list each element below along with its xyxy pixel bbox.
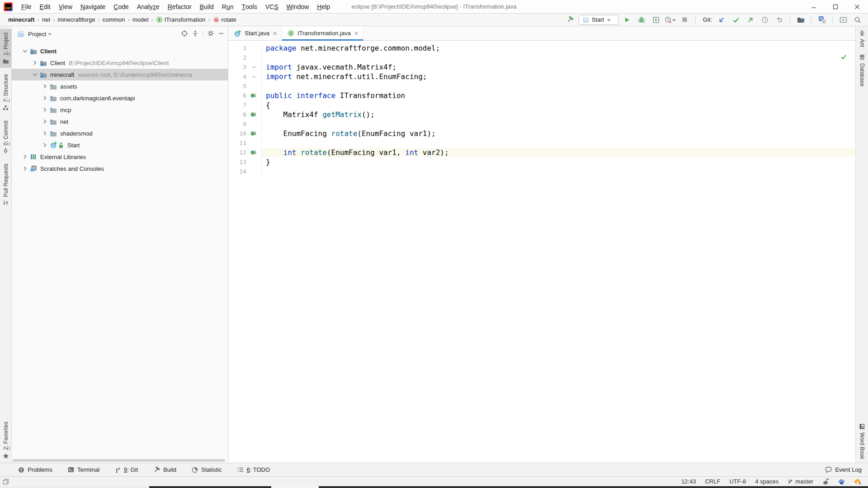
tw-right-icon[interactable] bbox=[42, 142, 48, 148]
stripe-item--commit[interactable]: 0: Commit bbox=[0, 117, 11, 158]
breadcrumb-item[interactable]: minecraftforge bbox=[56, 16, 97, 23]
status-paw[interactable] bbox=[838, 479, 845, 485]
gear-button[interactable] bbox=[207, 30, 214, 38]
code-editor[interactable]: 1package net.minecraftforge.common.model… bbox=[228, 41, 855, 463]
menu-edit[interactable]: Edit bbox=[36, 0, 55, 14]
breadcrumb-item[interactable]: common bbox=[101, 16, 127, 23]
stripe-item-word-book[interactable]: Word Book bbox=[856, 420, 868, 463]
menu-analyze[interactable]: Analyze bbox=[133, 0, 164, 14]
status-crlf[interactable]: CRLF bbox=[705, 478, 720, 485]
search-button[interactable] bbox=[852, 14, 863, 25]
maximize-button[interactable] bbox=[825, 0, 846, 14]
menu-build[interactable]: Build bbox=[196, 0, 218, 14]
tree-item-external-libraries[interactable]: External Libraries bbox=[12, 151, 228, 163]
translate-button[interactable]: Ga bbox=[816, 14, 828, 25]
project-panel-title[interactable]: Project bbox=[28, 31, 46, 38]
menu-refactor[interactable]: Refactor bbox=[164, 0, 196, 14]
stripe-item--project[interactable]: 1: Project bbox=[0, 29, 11, 68]
stripe-item-ant[interactable]: Ant bbox=[856, 26, 868, 51]
inspection-ok-icon[interactable] bbox=[840, 53, 847, 61]
hammer-button[interactable] bbox=[564, 14, 576, 25]
tree-item-client[interactable]: Client bbox=[12, 45, 228, 57]
tw-right-icon[interactable] bbox=[22, 154, 28, 160]
status-4-spaces[interactable]: 4 spaces bbox=[755, 478, 778, 485]
status-cloud[interactable] bbox=[854, 478, 862, 485]
tree-item-client[interactable]: ClientB:\Project\IDEA\mcp940\eclipse\Cli… bbox=[12, 57, 228, 69]
stop-button[interactable] bbox=[679, 14, 691, 25]
stripe-item--structure[interactable]: 7: Structure bbox=[0, 70, 11, 114]
changes-folder-button[interactable] bbox=[795, 14, 807, 25]
tw-right-icon[interactable] bbox=[22, 165, 28, 172]
tree-item-com-darkmagician6-eventapi[interactable]: com.darkmagician6.eventapi bbox=[12, 92, 228, 104]
stripe-item-pull-requests[interactable]: Pull Requests bbox=[0, 160, 11, 209]
restore-windows-icon[interactable] bbox=[3, 479, 9, 485]
toolwindow-9-git[interactable]: 9: Git bbox=[115, 466, 138, 473]
tree-item-shadersmod[interactable]: shadersmod bbox=[12, 127, 228, 139]
tree-item-start[interactable]: CStart bbox=[12, 139, 228, 151]
stripe-item--favorites[interactable]: 2: Favorites bbox=[0, 418, 11, 463]
chevron-down-icon[interactable] bbox=[47, 31, 52, 37]
tw-right-icon[interactable] bbox=[42, 130, 48, 136]
tab-close-icon[interactable] bbox=[273, 31, 277, 36]
tab-close-icon[interactable] bbox=[354, 31, 359, 36]
locate-button[interactable] bbox=[181, 30, 188, 38]
profiler-button[interactable] bbox=[665, 14, 676, 25]
menu-code[interactable]: Code bbox=[109, 0, 132, 14]
close-button[interactable] bbox=[846, 0, 868, 14]
event-log-button[interactable]: Event Log bbox=[825, 466, 862, 473]
toolwindow-problems[interactable]: Problems bbox=[18, 466, 52, 473]
status-master[interactable]: master bbox=[788, 478, 813, 485]
breadcrumb-item[interactable]: mrotate bbox=[211, 16, 238, 23]
breadcrumb-item[interactable]: IITransformation bbox=[154, 16, 208, 23]
editor-tab-start-java[interactable]: CStart.java bbox=[228, 26, 282, 40]
toolwindow-6-todo[interactable]: 6: TODO bbox=[237, 466, 270, 473]
minimize-button[interactable] bbox=[803, 0, 825, 14]
toolwindow-build[interactable]: Build bbox=[153, 466, 176, 473]
presentation-button[interactable] bbox=[837, 14, 849, 25]
menu-view[interactable]: View bbox=[55, 0, 76, 14]
git-push-button[interactable] bbox=[745, 14, 756, 25]
tree-item-assets[interactable]: assets bbox=[12, 80, 228, 92]
coverage-button[interactable] bbox=[650, 14, 662, 25]
tw-down-icon[interactable] bbox=[32, 71, 38, 78]
tw-right-icon[interactable] bbox=[42, 83, 48, 89]
run-configuration-select[interactable]: Start bbox=[579, 15, 618, 25]
tree-item-net[interactable]: net bbox=[12, 116, 228, 127]
tree-item-mcp[interactable]: mcp bbox=[12, 104, 228, 116]
tw-right-icon[interactable] bbox=[32, 60, 38, 66]
menu-help[interactable]: Help bbox=[313, 0, 334, 14]
toolwindow-terminal[interactable]: Terminal bbox=[68, 466, 99, 473]
tw-right-icon[interactable] bbox=[42, 107, 48, 113]
menu-run[interactable]: Run bbox=[218, 0, 238, 14]
status-12-43[interactable]: 12:43 bbox=[681, 478, 696, 485]
play-button[interactable] bbox=[621, 14, 633, 25]
fold-bottom-icon[interactable] bbox=[251, 74, 257, 80]
breadcrumb-item[interactable]: model bbox=[131, 16, 150, 23]
collapse-all-button[interactable] bbox=[192, 30, 199, 38]
stripe-item-database[interactable]: Database bbox=[856, 51, 868, 90]
editor-tab-itransformation-java[interactable]: IITransformation.java bbox=[282, 26, 363, 40]
tree-item-minecraft[interactable]: minecraftsources root, D:\Xunlei\mcp940\… bbox=[12, 69, 228, 80]
history-clock-button[interactable] bbox=[759, 14, 771, 25]
git-update-button[interactable] bbox=[716, 14, 727, 25]
minus-button[interactable] bbox=[218, 30, 224, 38]
git-check-button[interactable] bbox=[730, 14, 742, 25]
menu-file[interactable]: File bbox=[17, 0, 36, 14]
menu-window[interactable]: Window bbox=[283, 0, 313, 14]
tw-down-icon[interactable] bbox=[22, 48, 28, 54]
menu-tools[interactable]: Tools bbox=[237, 0, 261, 14]
breadcrumb-item[interactable]: net bbox=[40, 16, 52, 23]
breadcrumb-item[interactable]: minecraft bbox=[6, 16, 37, 23]
status-unlock[interactable] bbox=[822, 478, 829, 485]
status-utf-8[interactable]: UTF-8 bbox=[729, 478, 746, 485]
debug-button[interactable] bbox=[636, 14, 647, 25]
toolwindow-statistic[interactable]: Statistic bbox=[192, 466, 222, 473]
fold-top-icon[interactable] bbox=[251, 65, 257, 70]
tree-item-scratches-and-consoles[interactable]: Scratches and Consoles bbox=[12, 163, 228, 174]
menu-navigate[interactable]: Navigate bbox=[76, 0, 109, 14]
horizontal-scrollbar[interactable] bbox=[13, 459, 225, 462]
menu-vcs[interactable]: VCS bbox=[261, 0, 283, 14]
tw-right-icon[interactable] bbox=[42, 95, 48, 101]
tw-right-icon[interactable] bbox=[42, 118, 48, 125]
rollback-button[interactable] bbox=[774, 14, 785, 25]
